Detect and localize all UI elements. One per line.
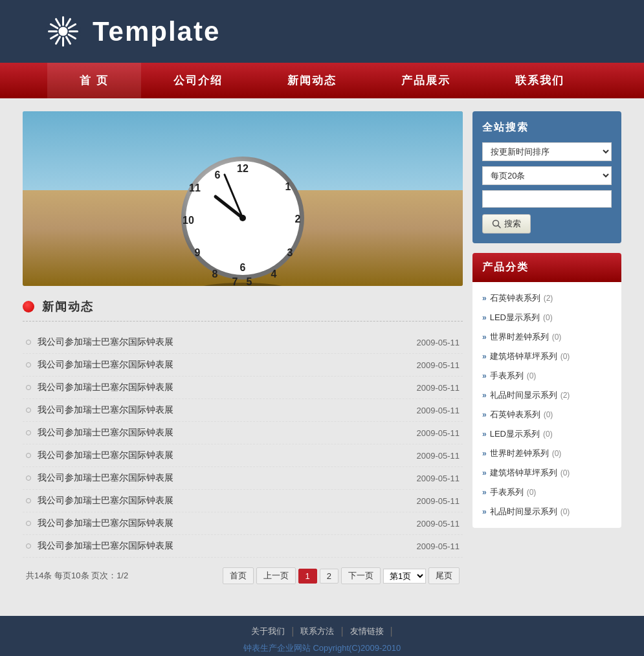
footer-link[interactable]: 联系方法: [300, 626, 334, 637]
news-item-date: 2009-05-11: [417, 406, 460, 415]
cat-arrow-icon: »: [482, 352, 487, 361]
news-item-text: 我公司参加瑞士巴塞尔国际钟表展: [38, 336, 173, 348]
category-item-count: (0): [543, 430, 553, 439]
main-nav: 首 页 公司介绍 新闻动态 产品展示 联系我们: [0, 63, 644, 98]
news-item-text: 我公司参加瑞士巴塞尔国际钟表展: [38, 427, 173, 439]
nav-item-home[interactable]: 首 页: [47, 63, 141, 98]
news-item[interactable]: 我公司参加瑞士巴塞尔国际钟表展 2009-05-11: [23, 535, 463, 558]
news-item-left: 我公司参加瑞士巴塞尔国际钟表展: [26, 495, 173, 507]
category-header: 产品分类: [472, 253, 621, 282]
category-item[interactable]: » 手表系列 (0): [472, 483, 621, 502]
nav-item-news[interactable]: 新闻动态: [255, 63, 369, 98]
news-bullet-icon: [26, 340, 31, 345]
category-item[interactable]: » 石英钟表系列 (0): [472, 405, 621, 424]
left-column: 12 1 2 3 4 5 11 10 9 8 7 6 6: [23, 111, 463, 603]
news-item[interactable]: 我公司参加瑞士巴塞尔国际钟表展 2009-05-11: [23, 399, 463, 422]
svg-text:10: 10: [183, 215, 194, 226]
news-dot-icon: [23, 301, 34, 312]
news-item-date: 2009-05-11: [417, 338, 460, 347]
news-bullet-icon: [26, 362, 31, 367]
news-item-text: 我公司参加瑞士巴塞尔国际钟表展: [38, 518, 173, 529]
next-page-button[interactable]: 下一页: [341, 567, 381, 584]
pagination: 共14条 每页10条 页次：1/2 首页 上一页 1 2 下一页 第1页第2页 …: [23, 558, 463, 587]
cat-arrow-icon: »: [482, 333, 487, 342]
category-item[interactable]: » 世界时差钟系列 (0): [472, 444, 621, 463]
footer-link[interactable]: 友情链接: [350, 626, 384, 637]
category-item[interactable]: » 手表系列 (0): [472, 366, 621, 386]
category-item-count: (0): [527, 488, 537, 497]
logo-icon: [45, 14, 81, 49]
news-item-left: 我公司参加瑞士巴塞尔国际钟表展: [26, 427, 173, 439]
cat-arrow-icon: »: [482, 449, 487, 458]
category-item-label: 石英钟表系列: [490, 292, 540, 304]
nav-item-about[interactable]: 公司介绍: [141, 63, 255, 98]
news-item-date: 2009-05-11: [417, 360, 460, 370]
pagination-info: 共14条 每页10条 页次：1/2: [26, 570, 128, 582]
category-item[interactable]: » 礼品时间显示系列 (2): [472, 386, 621, 405]
category-item-label: LED显示系列: [490, 312, 540, 323]
news-item[interactable]: 我公司参加瑞士巴塞尔国际钟表展 2009-05-11: [23, 512, 463, 535]
cat-arrow-icon: »: [482, 507, 487, 516]
main-content: 12 1 2 3 4 5 11 10 9 8 7 6 6: [0, 98, 644, 616]
news-item[interactable]: 我公司参加瑞士巴塞尔国际钟表展 2009-05-11: [23, 331, 463, 354]
svg-text:2: 2: [295, 213, 301, 224]
news-bullet-icon: [26, 430, 31, 435]
category-item[interactable]: » LED显示系列 (0): [472, 308, 621, 327]
sort-select[interactable]: 按更新时间排序按标题排序按点击排序: [482, 142, 612, 161]
category-title: 产品分类: [482, 261, 529, 272]
perpage-select[interactable]: 每页20条每页10条每页50条: [482, 166, 612, 185]
category-item-label: 建筑塔钟草坪系列: [490, 467, 557, 479]
page-2-button[interactable]: 2: [320, 569, 339, 584]
cat-arrow-icon: »: [482, 410, 487, 419]
news-item[interactable]: 我公司参加瑞士巴塞尔国际钟表展 2009-05-11: [23, 377, 463, 399]
hero-image: 12 1 2 3 4 5 11 10 9 8 7 6 6: [23, 111, 463, 286]
svg-text:4: 4: [271, 268, 277, 279]
category-item-label: 世界时差钟系列: [490, 448, 549, 459]
category-item[interactable]: » 建筑塔钟草坪系列 (0): [472, 347, 621, 366]
svg-text:12: 12: [237, 163, 249, 174]
header: Template: [0, 0, 644, 63]
nav-item-products[interactable]: 产品展示: [369, 63, 483, 98]
footer-link[interactable]: 关于我们: [251, 626, 285, 637]
page-select[interactable]: 第1页第2页: [383, 569, 426, 584]
news-item-left: 我公司参加瑞士巴塞尔国际钟表展: [26, 472, 173, 484]
search-box: 全站搜索 按更新时间排序按标题排序按点击排序 每页20条每页10条每页50条 搜…: [472, 111, 621, 243]
category-item-count: (0): [561, 468, 570, 477]
news-item-date: 2009-05-11: [417, 496, 460, 506]
category-item-count: (2): [561, 391, 570, 400]
category-item[interactable]: » 建筑塔钟草坪系列 (0): [472, 463, 621, 483]
news-item-text: 我公司参加瑞士巴塞尔国际钟表展: [38, 495, 173, 507]
category-item[interactable]: » LED显示系列 (0): [472, 424, 621, 444]
footer: 关于我们|联系方法|友情链接| 钟表生产企业网站 Copyright(C)200…: [0, 616, 644, 656]
news-item-date: 2009-05-11: [417, 383, 460, 393]
news-item[interactable]: 我公司参加瑞士巴塞尔国际钟表展 2009-05-11: [23, 490, 463, 512]
category-item[interactable]: » 世界时差钟系列 (0): [472, 327, 621, 347]
svg-line-35: [498, 226, 501, 228]
news-item-left: 我公司参加瑞士巴塞尔国际钟表展: [26, 382, 173, 393]
last-page-button[interactable]: 尾页: [428, 567, 460, 584]
category-item-count: (0): [543, 313, 553, 322]
category-item-count: (0): [552, 449, 562, 458]
news-item[interactable]: 我公司参加瑞士巴塞尔国际钟表展 2009-05-11: [23, 422, 463, 444]
news-item[interactable]: 我公司参加瑞士巴塞尔国际钟表展 2009-05-11: [23, 467, 463, 490]
svg-text:6: 6: [240, 262, 246, 273]
category-item[interactable]: » 石英钟表系列 (2): [472, 289, 621, 308]
cat-arrow-icon: »: [482, 391, 487, 400]
news-item[interactable]: 我公司参加瑞士巴塞尔国际钟表展 2009-05-11: [23, 444, 463, 467]
news-item-left: 我公司参加瑞士巴塞尔国际钟表展: [26, 450, 173, 461]
news-item[interactable]: 我公司参加瑞士巴塞尔国际钟表展 2009-05-11: [23, 354, 463, 377]
news-item-text: 我公司参加瑞士巴塞尔国际钟表展: [38, 472, 173, 484]
first-page-button[interactable]: 首页: [223, 567, 254, 584]
category-item-count: (0): [552, 333, 562, 342]
news-bullet-icon: [26, 543, 31, 549]
search-button[interactable]: 搜索: [482, 214, 531, 234]
category-item[interactable]: » 礼品时间显示系列 (0): [472, 502, 621, 521]
right-column: 全站搜索 按更新时间排序按标题排序按点击排序 每页20条每页10条每页50条 搜…: [472, 111, 621, 603]
news-item-left: 我公司参加瑞士巴塞尔国际钟表展: [26, 540, 173, 552]
nav-item-contact[interactable]: 联系我们: [483, 63, 597, 98]
page-1-button[interactable]: 1: [298, 569, 317, 584]
prev-page-button[interactable]: 上一页: [256, 567, 296, 584]
category-item-label: 礼品时间显示系列: [490, 506, 557, 518]
category-item-label: 建筑塔钟草坪系列: [490, 351, 557, 362]
search-input[interactable]: [482, 190, 612, 208]
